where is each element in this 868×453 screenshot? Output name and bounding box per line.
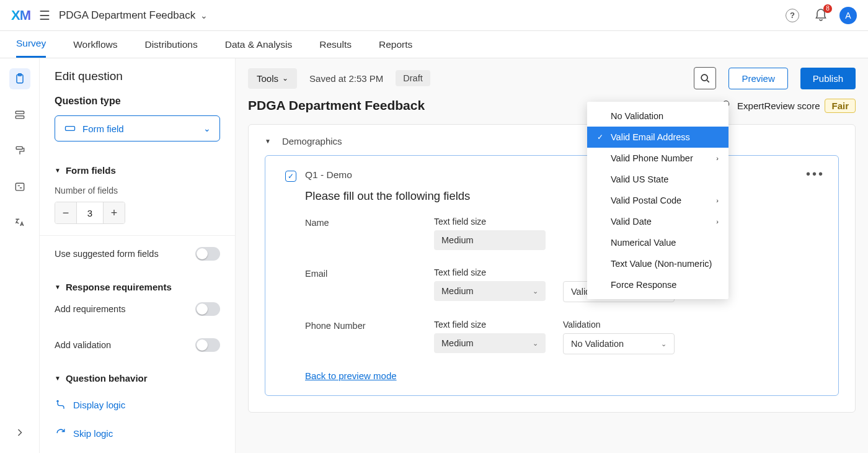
tab-survey[interactable]: Survey [16,31,46,58]
section-form-fields[interactable]: ▼Form fields [55,155,220,181]
skip-icon [55,427,67,439]
user-avatar[interactable]: A [839,7,857,24]
num-fields-label: Number of fields [55,186,220,195]
form-field-icon [64,122,76,135]
add-requirements-row: Add requirements [40,297,235,327]
tab-distributions[interactable]: Distributions [144,31,197,58]
layers-icon [14,109,26,121]
qtype-heading: Question type [55,96,220,107]
validation-header: Validation [563,320,681,330]
field-label[interactable]: Phone Number [305,320,423,331]
draft-badge: Draft [396,70,430,86]
field-row-email: Email Text field size Medium⌄ . Valid Em… [305,267,818,302]
tab-reports[interactable]: Reports [379,31,412,58]
num-fields-stepper: − 3 + [55,202,125,224]
rail-flow[interactable] [9,104,30,125]
question-id: Q1 - Demo [305,169,352,181]
svg-rect-4 [16,146,22,149]
validation-option[interactable]: ✓Valid Date› [587,211,728,232]
validation-dropdown: ✓No Validation✓Valid Email Address✓Valid… [587,102,728,299]
question-type-select[interactable]: Form field ⌄ [55,115,220,141]
edit-panel: Edit question Question type Form field ⌄… [40,58,236,453]
question-checkbox[interactable]: ✓ [285,171,296,182]
branch-icon [55,398,67,411]
chevron-down-icon: ⌄ [533,339,538,348]
block-name: Demographics [282,136,342,146]
display-logic-link[interactable]: Display logic [40,388,235,417]
suggested-fields-label: Use suggested form fields [55,249,159,259]
svg-rect-5 [16,183,24,191]
rail-translate[interactable] [9,212,30,233]
notification-badge: 8 [823,4,832,13]
validation-option[interactable]: ✓Valid Email Address [587,127,728,148]
size-header: Text field size [434,217,552,226]
rail-options[interactable] [9,176,30,197]
saved-status: Saved at 2:53 PM [309,73,383,84]
help-button[interactable]: ? [782,6,802,25]
chevron-down-icon: ⌄ [203,123,211,133]
expert-review[interactable]: ExpertReview score Fair [720,99,856,113]
search-icon [699,72,711,84]
question-block: ▼ Demographics ••• ✓ Q1 - Demo Please fi… [248,124,856,413]
field-label[interactable]: Name [305,217,423,228]
svg-rect-6 [66,127,75,131]
tools-dropdown[interactable]: Tools⌄ [248,68,297,89]
chevron-right-icon: › [716,155,719,162]
skip-logic-link[interactable]: Skip logic [40,417,235,446]
rail-edit[interactable] [9,68,30,89]
block-collapse-icon[interactable]: ▼ [265,138,271,145]
size-header: Text field size [434,320,552,330]
caret-icon: ▼ [55,284,61,290]
menu-icon[interactable]: ☰ [39,8,50,23]
size-select[interactable]: Medium⌄ [434,333,546,353]
project-title-text: PDGA Department Feedback [59,9,195,22]
question-more-menu[interactable]: ••• [806,167,825,181]
chevron-down-icon: ⌄ [282,74,288,83]
stepper-minus[interactable]: − [55,202,76,223]
qtype-value: Form field [82,123,124,134]
svg-rect-2 [16,111,24,114]
add-validation-toggle[interactable] [195,338,220,352]
stepper-plus[interactable]: + [104,202,125,223]
validation-option[interactable]: ✓Valid Phone Number› [587,148,728,169]
size-select[interactable]: Medium [434,230,546,250]
validation-option[interactable]: ✓No Validation [587,105,728,127]
search-button[interactable] [694,67,716,89]
tab-data-analysis[interactable]: Data & Analysis [225,31,293,58]
publish-button[interactable]: Publish [800,68,856,89]
app-logo: XM [11,7,30,24]
rail-look[interactable] [9,140,30,161]
question-text[interactable]: Please fill out the following fields [305,189,818,203]
validation-option[interactable]: ✓Valid US State [587,169,728,190]
clipboard-icon [14,73,26,85]
chevron-down-icon: ⌄ [661,340,666,348]
validation-option[interactable]: ✓Valid Postal Code› [587,190,728,211]
preview-button[interactable]: Preview [728,68,787,89]
validation-option[interactable]: ✓Text Value (Non-numeric) [587,253,728,274]
suggested-fields-row: Use suggested form fields [40,235,235,272]
section-response-req[interactable]: ▼Response requirements [55,272,220,297]
suggested-fields-toggle[interactable] [195,247,220,261]
tab-workflows[interactable]: Workflows [73,31,117,58]
chevron-down-icon: ⌄ [200,11,208,20]
validation-option[interactable]: ✓Force Response [587,274,728,295]
survey-title: PDGA Department Feedback [248,98,425,113]
translate-icon [14,217,26,229]
validation-select-phone[interactable]: No Validation⌄ [563,333,675,354]
add-requirements-toggle[interactable] [195,302,220,316]
question-card[interactable]: ••• ✓ Q1 - Demo Please fill out the foll… [265,155,839,396]
sliders-icon [14,181,26,193]
panel-title: Edit question [55,70,220,83]
project-title-dropdown[interactable]: PDGA Department Feedback ⌄ [59,9,208,22]
rail-expand[interactable] [9,422,30,443]
notifications-button[interactable]: 8 [811,6,831,25]
tab-results[interactable]: Results [319,31,352,58]
validation-option[interactable]: ✓Numerical Value [587,232,728,253]
section-behavior[interactable]: ▼Question behavior [55,363,220,388]
chevron-right-icon [14,426,26,439]
field-label[interactable]: Email [305,267,423,279]
back-to-preview-link[interactable]: Back to preview mode [305,370,397,381]
caret-icon: ▼ [55,375,61,382]
caret-icon: ▼ [55,167,61,174]
size-select[interactable]: Medium⌄ [434,281,546,301]
